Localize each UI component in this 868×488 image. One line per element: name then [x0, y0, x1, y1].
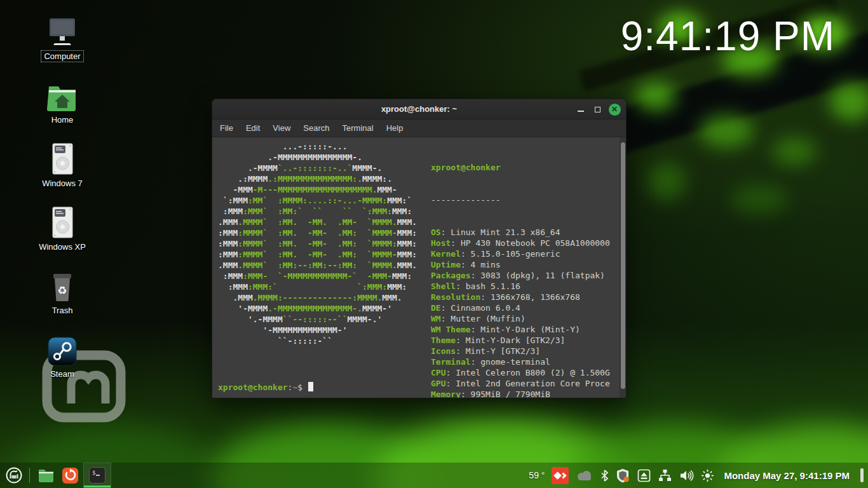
info-row-host: Host: HP 430 Notebook PC 058A1000000 — [431, 238, 610, 248]
desktop-icon-steam[interactable]: Steam — [29, 332, 95, 380]
bluetooth-icon[interactable] — [600, 470, 609, 482]
info-row-memory: Memory: 995MiB / 7790MiB — [431, 389, 610, 398]
brightness-sun-icon[interactable] — [701, 469, 714, 482]
info-row-terminal: Terminal: gnome-terminal — [431, 356, 610, 367]
volume-icon[interactable] — [679, 470, 694, 482]
files-launcher[interactable] — [34, 463, 58, 488]
menu-item-file[interactable]: File — [214, 121, 240, 135]
desktop-icon-label: Windows 7 — [39, 177, 86, 189]
info-row-resolution: Resolution: 1366x768, 868x488 — [431, 292, 610, 302]
harddisk-icon — [29, 205, 95, 239]
ascii-art-line: .MMM.MMMM:--------------:MMMM.MMM. — [218, 292, 417, 303]
desktop-icon-windowsxp[interactable]: Windows XP — [29, 205, 95, 253]
home-folder-icon — [29, 78, 95, 112]
info-row-cpu: CPU: Intel Celeron B800 (2) @ 1.500G — [431, 367, 610, 378]
window-title: xproot@chonker: ~ — [381, 104, 457, 114]
panel-clock-applet[interactable]: Monday May 27, 9:41:19 PM — [724, 470, 850, 481]
neofetch-info: xproot@chonker -------------- OS: Linux … — [431, 140, 610, 398]
info-row-gpu: GPU: Intel 2nd Generation Core Proce — [431, 378, 610, 389]
removable-media-icon[interactable] — [637, 469, 651, 482]
desktop: 9:41:19 PM Computer Home — [0, 0, 868, 488]
desktop-icon-label: Computer — [41, 50, 83, 62]
menu-item-help[interactable]: Help — [380, 121, 410, 135]
menubar: FileEditViewSearchTerminalHelp — [212, 119, 626, 137]
neofetch-separator: -------------- — [431, 194, 610, 205]
ascii-art-line: -MMM-M---MMMMMMMMMMMMMMMMMMM.MMM- — [218, 184, 417, 195]
info-row-uptime: Uptime: 4 mins — [431, 259, 610, 270]
desktop-icon-label: Trash — [49, 304, 76, 316]
ascii-art-line: .MMM.MMMM` :MM:--:MM:--:MM: `MMMM.MMM. — [218, 260, 417, 271]
ascii-art-line: :MMM:MMM:` `:MMM:MMM: — [218, 281, 417, 292]
neofetch-ascii-logo: ...-:::::-... .-MMMMMMMMMMMMMMM-. .-MMMM… — [218, 141, 417, 346]
conky-clock: 9:41:19 PM — [621, 13, 835, 60]
terminal-window: xproot@chonker: ~ ✕ FileEditViewSearchTe… — [212, 98, 627, 398]
show-desktop-bar[interactable] — [860, 468, 864, 482]
ascii-art-line: ``-:::::-`` — [218, 336, 417, 346]
desktop-icon-trash[interactable]: ♻ Trash — [29, 268, 95, 316]
desktop-icon-label: Steam — [47, 368, 78, 380]
info-row-packages: Packages: 3083 (dpkg), 11 (flatpak) — [431, 270, 610, 281]
ascii-art-line: ...-:::::-... — [218, 141, 417, 152]
update-shield-icon[interactable] — [616, 468, 630, 483]
scrollbar-thumb[interactable] — [621, 142, 625, 389]
folder-icon — [37, 468, 55, 483]
ascii-art-line: :MMM:MMMM` :MM. -MM- .MM: `MMMM-MMM: — [218, 249, 417, 260]
menu-item-search[interactable]: Search — [297, 121, 336, 135]
maximize-button[interactable] — [589, 99, 606, 119]
mint-menu-icon — [5, 466, 23, 484]
firefox-launcher[interactable] — [58, 463, 82, 488]
menu-item-terminal[interactable]: Terminal — [336, 121, 380, 135]
steam-icon — [29, 332, 95, 366]
system-tray: 59 ° — [529, 463, 868, 488]
minimize-button[interactable] — [573, 99, 589, 119]
ascii-art-line: '.-MMMM``--:::::--``MMMM-.' — [218, 314, 417, 325]
info-row-wm-theme: WM Theme: Mint-Y-Dark (Mint-Y) — [431, 324, 610, 335]
desktop-icon-computer[interactable]: Computer — [29, 14, 95, 62]
ascii-art-line: .:MMMM.:MMMMMMMMMMMMMMM:.MMMM:. — [218, 173, 417, 184]
info-row-os: OS: Linux Mint 21.3 x86_64 — [431, 227, 610, 238]
ascii-art-line: .-MMMMMMMMMMMMMMM-. — [218, 152, 417, 163]
titlebar[interactable]: xproot@chonker: ~ ✕ — [212, 99, 626, 119]
desktop-icon-label: Windows XP — [36, 241, 89, 253]
ascii-art-line: :MMM:MMMM` :MM. -MM- .MM: `MMMM:MMM: — [218, 238, 417, 249]
mint-menu-button[interactable] — [0, 463, 28, 488]
info-row-de: DE: Cinnamon 6.0.4 — [431, 302, 610, 313]
terminal-window-button[interactable]: $ — [83, 463, 111, 488]
terminal-icon: $ — [88, 466, 106, 484]
terminal-content[interactable]: ...-:::::-... .-MMMMMMMMMMMMMMM-. .-MMMM… — [212, 137, 626, 398]
info-row-shell: Shell: bash 5.1.16 — [431, 281, 610, 292]
panel-separator — [29, 468, 30, 483]
close-button[interactable]: ✕ — [606, 99, 623, 119]
scrollbar-track[interactable] — [620, 137, 626, 398]
taskbar-panel: $ 59 ° — [0, 463, 868, 488]
sync-tray-icon[interactable] — [552, 467, 569, 484]
menu-item-edit[interactable]: Edit — [240, 121, 266, 135]
desktop-icon-windows7[interactable]: Windows 7 — [29, 141, 95, 189]
active-window-indicator — [84, 485, 111, 487]
ascii-art-line: :MMM:MMM- `-MMMMMMMMMMMM-` -MMM-MMM: — [218, 271, 417, 281]
svg-text:♻: ♻ — [57, 284, 67, 297]
computer-icon — [29, 14, 95, 48]
trash-icon: ♻ — [29, 268, 95, 302]
cloud-weather-icon[interactable] — [576, 470, 593, 481]
info-row-icons: Icons: Mint-Y [GTK2/3] — [431, 346, 610, 356]
ascii-art-line: '-MMMM.-MMMMMMMMMMMMMMM-.MMMM-' — [218, 303, 417, 314]
neofetch-user-host: xproot@chonker — [431, 162, 610, 173]
ascii-art-line: :MMM:MMMM` :MM. -MM- .MM: `MMMM-MMM: — [218, 227, 417, 238]
ascii-art-line: `:MMM:MM` :MMMM:....::-...-MMMM:MMM:` — [218, 195, 417, 206]
info-row-wm: WM: Mutter (Muffin) — [431, 313, 610, 324]
shell-prompt: xproot@chonker:~$ — [218, 382, 313, 393]
temperature-applet[interactable]: 59 ° — [529, 470, 545, 480]
firefox-icon — [62, 467, 79, 484]
menu-item-view[interactable]: View — [266, 121, 297, 135]
ascii-art-line: :MMM:MMM` :MM:` `` `` `:MMM:MMM: — [218, 206, 417, 217]
desktop-icon-home[interactable]: Home — [29, 78, 95, 126]
svg-text:$: $ — [92, 470, 95, 476]
network-icon[interactable] — [658, 469, 672, 482]
info-row-theme: Theme: Mint-Y-Dark [GTK2/3] — [431, 335, 610, 346]
ascii-art-line: '-MMMMMMMMMMMMM-' — [218, 325, 417, 336]
panel-launchers: $ — [0, 463, 111, 488]
ascii-art-line: .-MMMM`..-:::::::-..`MMMM-. — [218, 163, 417, 173]
info-row-kernel: Kernel: 5.15.0-105-generic — [431, 248, 610, 259]
text-cursor — [308, 382, 313, 391]
